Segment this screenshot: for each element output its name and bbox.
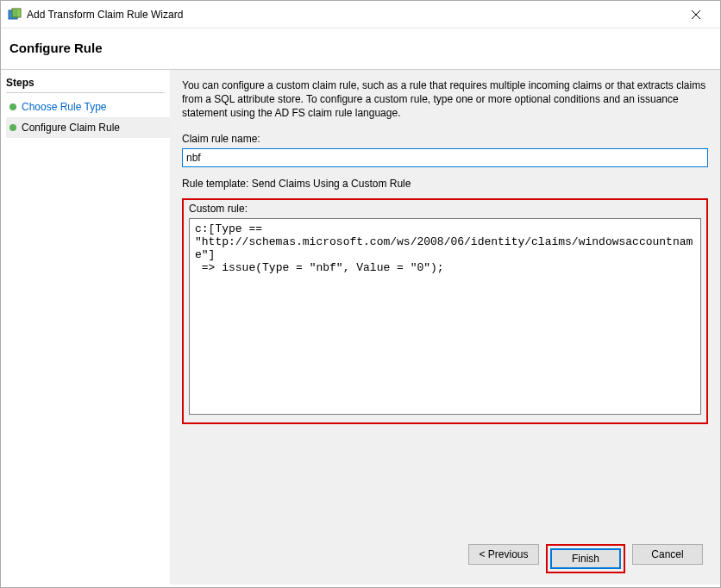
claim-rule-name-input[interactable] [182, 148, 708, 167]
steps-heading: Steps [6, 77, 165, 93]
title-bar: Add Transform Claim Rule Wizard [1, 1, 720, 28]
step-bullet-icon [9, 124, 16, 131]
app-icon [8, 8, 22, 22]
close-button[interactable] [679, 3, 713, 27]
cancel-button[interactable]: Cancel [632, 544, 703, 565]
svg-rect-1 [12, 9, 21, 17]
wizard-header: Configure Rule [1, 28, 720, 70]
step-configure-claim-rule[interactable]: Configure Claim Rule [6, 117, 170, 138]
custom-rule-textarea[interactable] [189, 218, 701, 415]
intro-text: You can configure a custom claim rule, s… [182, 78, 708, 121]
steps-pane: Steps Choose Rule Type Configure Claim R… [1, 70, 170, 585]
rule-template-text: Rule template: Send Claims Using a Custo… [182, 178, 708, 190]
page-title: Configure Rule [9, 41, 712, 55]
main-pane: You can configure a custom claim rule, s… [170, 70, 720, 585]
step-choose-rule-type[interactable]: Choose Rule Type [6, 97, 170, 117]
custom-rule-section: Custom rule: [182, 198, 708, 424]
custom-rule-label: Custom rule: [189, 203, 701, 215]
window-title: Add Transform Claim Rule Wizard [27, 9, 679, 21]
finish-button[interactable]: Finish [550, 548, 621, 569]
claim-rule-name-label: Claim rule name: [182, 133, 708, 145]
close-icon [692, 10, 700, 19]
wizard-buttons: < Previous Finish Cancel [468, 544, 703, 573]
step-label: Configure Claim Rule [22, 122, 120, 134]
step-bullet-icon [9, 103, 16, 110]
step-label: Choose Rule Type [22, 101, 107, 113]
previous-button[interactable]: < Previous [468, 544, 539, 565]
